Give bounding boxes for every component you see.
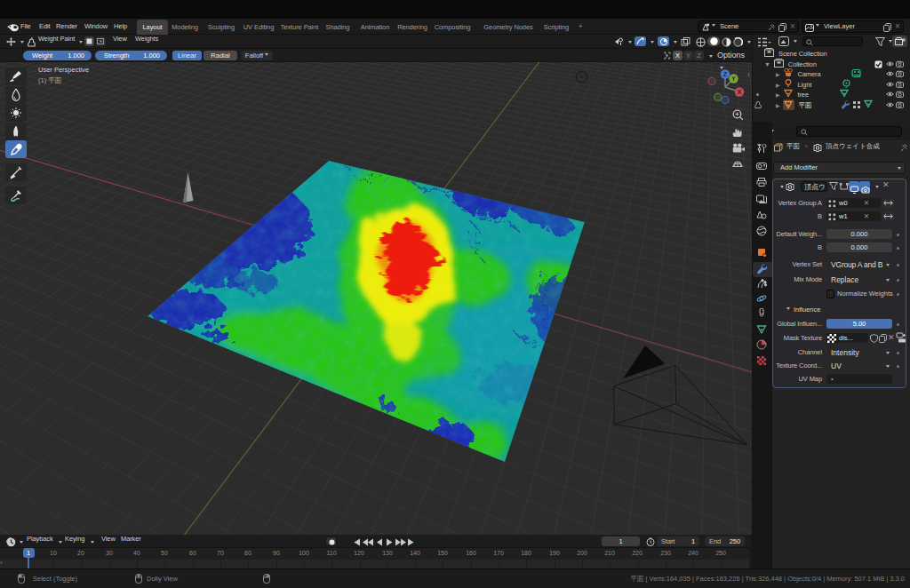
svg-text:Y: Y — [731, 75, 736, 82]
svg-text:Z: Z — [723, 71, 728, 77]
svg-text:X: X — [738, 89, 742, 95]
